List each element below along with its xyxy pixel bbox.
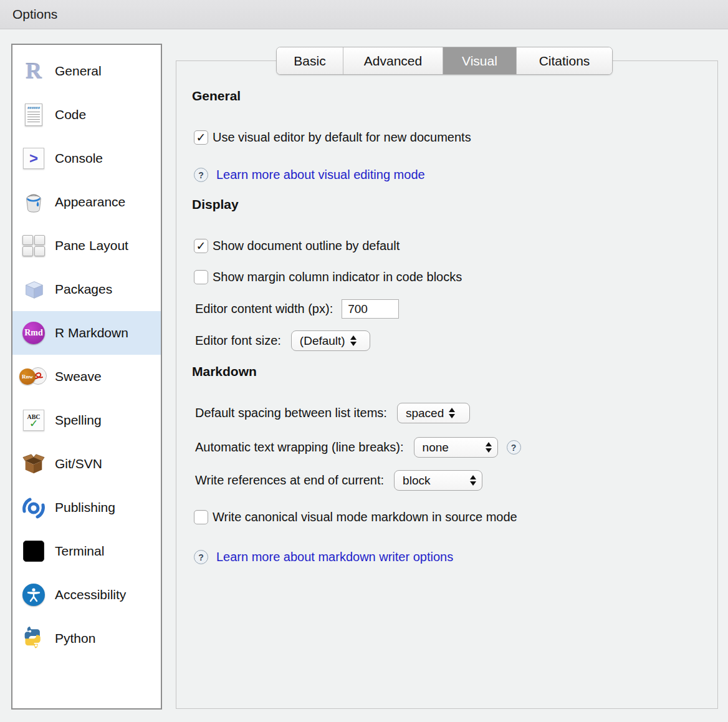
references-row: Write references at end of current: bloc… — [195, 470, 482, 491]
tab-advanced[interactable]: Advanced — [343, 47, 443, 74]
console-prompt-icon: > — [21, 145, 47, 171]
rmarkdown-badge-icon: Rmd — [21, 320, 47, 346]
tab-basic[interactable]: Basic — [277, 47, 343, 74]
list-spacing-select[interactable]: spaced — [397, 403, 470, 423]
sidebar-item-label: Accessibility — [55, 587, 126, 602]
window-titlebar: Options — [0, 0, 728, 29]
show-margin-checkbox[interactable] — [194, 270, 208, 284]
learn-visual-editing-row: ? Learn more about visual editing mode — [194, 168, 425, 182]
sidebar-item-label: Publishing — [55, 500, 115, 515]
sidebar-item-label: Sweave — [55, 369, 102, 384]
sidebar-item-label: Packages — [55, 282, 112, 297]
select-stepper-arrows — [486, 442, 492, 453]
editor-font-size-select[interactable]: (Default) — [291, 330, 370, 351]
sidebar-item-label: Console — [55, 151, 103, 166]
help-icon[interactable]: ? — [194, 550, 208, 564]
section-heading-display: Display — [192, 197, 239, 212]
tab-visual[interactable]: Visual — [443, 47, 516, 74]
checkbox-label: Show document outline by default — [213, 239, 400, 253]
help-icon[interactable]: ? — [194, 168, 208, 182]
learn-visual-editing-link[interactable]: Learn more about visual editing mode — [216, 168, 425, 182]
sidebar-item-r-markdown[interactable]: Rmd R Markdown — [12, 311, 161, 355]
editor-width-row: Editor content width (px): — [195, 299, 399, 319]
text-wrapping-label: Automatic text wrapping (line breaks): — [195, 440, 404, 455]
publishing-connect-icon — [21, 494, 47, 521]
spellcheck-icon: ABC ✓ — [21, 407, 47, 433]
show-margin-row: Show margin column indicator in code blo… — [194, 270, 462, 284]
sidebar-item-label: Terminal — [55, 544, 104, 559]
sidebar-item-label: General — [55, 64, 102, 79]
r-logo-icon: R — [21, 58, 47, 84]
references-label: Write references at end of current: — [195, 473, 384, 488]
checkbox-label: Write canonical visual mode markdown in … — [213, 510, 517, 524]
options-content-panel: General ✓ Use visual editor by default f… — [176, 60, 718, 709]
sweave-rnw-pdf-icon: Rnw — [21, 363, 47, 390]
options-category-sidebar: R General ###### Code > Console Appearan… — [11, 44, 162, 710]
paint-bucket-icon — [21, 189, 47, 215]
code-document-icon: ###### — [21, 102, 47, 128]
show-outline-row: ✓ Show document outline by default — [194, 239, 400, 253]
text-wrapping-select[interactable]: none — [414, 437, 498, 458]
sidebar-item-git-svn[interactable]: Git/SVN — [12, 442, 161, 486]
editor-font-size-label: Editor font size: — [195, 334, 281, 348]
sidebar-item-console[interactable]: > Console — [12, 137, 161, 180]
references-select[interactable]: block — [394, 470, 482, 491]
sidebar-item-label: Code — [55, 107, 86, 122]
python-icon — [21, 625, 47, 652]
select-stepper-arrows — [350, 335, 357, 346]
visual-mode-tabbar: Basic Advanced Visual Citations — [276, 47, 613, 75]
sidebar-item-sweave[interactable]: Rnw Sweave — [12, 355, 161, 398]
sidebar-item-packages[interactable]: Packages — [12, 267, 161, 311]
canonical-markdown-row: Write canonical visual mode markdown in … — [194, 510, 517, 524]
list-spacing-label: Default spacing between list items: — [195, 406, 387, 420]
checkbox-label: Show margin column indicator in code blo… — [213, 270, 462, 284]
sidebar-item-publishing[interactable]: Publishing — [12, 486, 161, 529]
text-wrapping-row: Automatic text wrapping (line breaks): n… — [195, 437, 521, 458]
sidebar-item-label: Pane Layout — [55, 238, 128, 253]
sidebar-item-label: R Markdown — [55, 325, 128, 340]
editor-width-label: Editor content width (px): — [195, 302, 333, 316]
use-visual-editor-checkbox[interactable]: ✓ — [194, 130, 208, 145]
sidebar-item-label: Python — [55, 631, 95, 646]
git-svn-box-icon — [21, 451, 47, 477]
sidebar-item-general[interactable]: R General — [12, 49, 161, 93]
sidebar-item-label: Spelling — [55, 413, 102, 428]
select-stepper-arrows — [470, 475, 476, 486]
use-visual-editor-row: ✓ Use visual editor by default for new d… — [194, 130, 471, 145]
sidebar-item-terminal[interactable]: Terminal — [12, 529, 161, 573]
accessibility-icon — [21, 582, 47, 608]
sidebar-item-label: Git/SVN — [55, 456, 102, 471]
sidebar-item-accessibility[interactable]: Accessibility — [12, 573, 161, 617]
list-spacing-row: Default spacing between list items: spac… — [195, 403, 470, 423]
terminal-icon — [21, 538, 47, 564]
section-heading-general: General — [192, 89, 241, 103]
sidebar-item-appearance[interactable]: Appearance — [12, 180, 161, 224]
pane-grid-icon — [21, 233, 47, 259]
canonical-markdown-checkbox[interactable] — [194, 510, 208, 524]
sidebar-item-code[interactable]: ###### Code — [12, 93, 161, 137]
learn-markdown-writer-link[interactable]: Learn more about markdown writer options — [216, 550, 453, 564]
sidebar-item-python[interactable]: Python — [12, 617, 161, 660]
package-cube-icon — [21, 276, 47, 302]
sidebar-item-label: Appearance — [55, 195, 125, 209]
select-stepper-arrows — [449, 408, 455, 418]
sidebar-item-spelling[interactable]: ABC ✓ Spelling — [12, 398, 161, 442]
tab-citations[interactable]: Citations — [516, 47, 612, 74]
help-icon[interactable]: ? — [507, 440, 521, 455]
learn-markdown-writer-row: ? Learn more about markdown writer optio… — [194, 550, 453, 564]
editor-width-input[interactable] — [342, 299, 399, 319]
window-title: Options — [12, 7, 57, 22]
editor-font-size-row: Editor font size: (Default) — [195, 330, 370, 351]
checkbox-label: Use visual editor by default for new doc… — [213, 130, 471, 145]
show-outline-checkbox[interactable]: ✓ — [194, 239, 208, 253]
sidebar-item-pane-layout[interactable]: Pane Layout — [12, 224, 161, 267]
section-heading-markdown: Markdown — [192, 364, 257, 379]
